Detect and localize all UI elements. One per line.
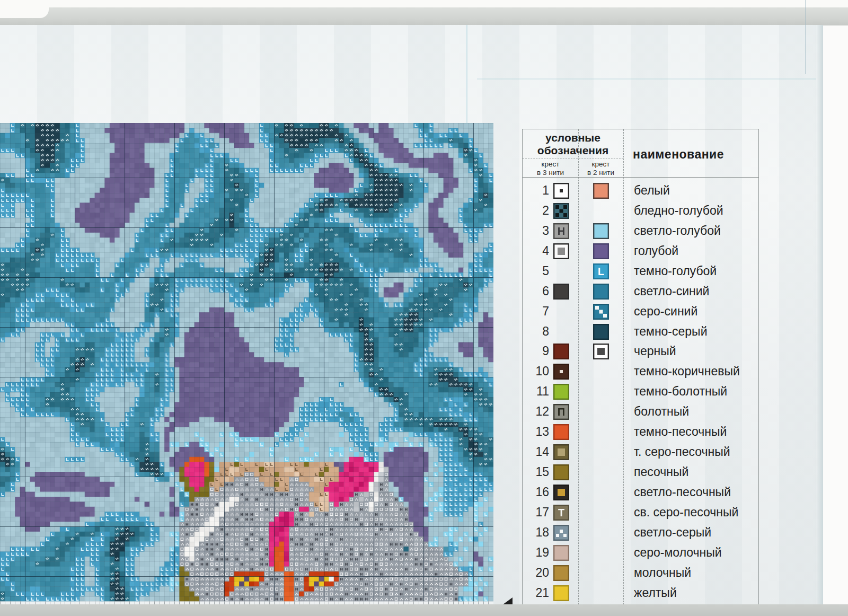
legend-row: 21желтый	[523, 583, 758, 603]
legend-color-name: болотный	[634, 402, 689, 421]
legend-symbol-3-threads	[553, 384, 569, 400]
legend-row-number: 6	[523, 281, 549, 302]
legend-color-name: темно-песочный	[634, 422, 727, 441]
scan-top-band	[0, 7, 848, 25]
legend-symbol-3-threads	[553, 565, 569, 581]
legend-row-number: 14	[523, 442, 549, 462]
legend-title-line1: условные	[523, 131, 623, 144]
legend-row-number: 15	[523, 462, 549, 482]
legend-symbol-3-threads	[553, 344, 569, 359]
legend-symbol-3-threads	[553, 505, 569, 521]
legend-symbol-3-threads	[553, 424, 569, 440]
legend-color-name: песочный	[634, 462, 688, 481]
paper-crease	[477, 78, 816, 80]
scan-bottom-band	[0, 604, 848, 616]
legend-color-name: бледно-голубой	[634, 201, 723, 220]
legend-color-name: голубой	[634, 241, 678, 260]
legend-color-name: светло-серый	[634, 523, 711, 542]
legend-symbol-2-threads	[593, 243, 609, 259]
paper-edge-shade	[815, 25, 823, 604]
legend-row: 7серо-синий	[523, 302, 758, 322]
legend-symbol-2-threads	[593, 183, 609, 199]
legend-divider	[523, 177, 758, 178]
legend-row-number: 18	[523, 523, 549, 543]
legend-row-number: 7	[523, 302, 549, 322]
legend-color-name: темно-болотный	[634, 382, 727, 401]
legend-row-number: 12	[523, 402, 549, 422]
legend-row: 2бледно-голубой	[523, 201, 758, 221]
legend-row: 11темно-болотный	[523, 382, 758, 402]
legend-symbol-3-threads	[553, 464, 569, 480]
legend-col-header-2-threads: крест в 2 нити	[573, 160, 629, 177]
legend-color-name: серо-молочный	[634, 543, 722, 562]
legend-symbol-3-threads	[553, 364, 569, 380]
legend-row: 10темно-коричневый	[523, 362, 758, 382]
legend-row-number: 13	[523, 422, 549, 442]
legend-color-name: серо-синий	[634, 302, 697, 321]
legend-table: условные обозначения крест в 3 нити крес…	[522, 129, 759, 605]
legend-symbol-3-threads	[553, 223, 569, 239]
legend-symbol-3-threads	[553, 404, 569, 420]
legend-row: 16светло-песочный	[523, 482, 758, 503]
legend-color-name: желтый	[634, 583, 677, 602]
legend-row-number: 9	[523, 341, 549, 362]
legend-row: 13темно-песочный	[523, 422, 758, 442]
legend-symbol-2-threads	[593, 284, 609, 300]
legend-symbol-2-threads	[593, 304, 609, 320]
legend-color-name: светло-голубой	[634, 221, 721, 240]
legend-symbol-2-threads	[593, 324, 609, 340]
legend-divider	[523, 158, 623, 159]
legend-symbol-3-threads	[553, 284, 569, 300]
legend-symbol-3-threads	[553, 183, 569, 199]
legend-row: 9черный	[523, 341, 758, 362]
legend-row-number: 5	[523, 261, 549, 281]
legend-row: 4голубой	[523, 241, 758, 261]
legend-row-number: 17	[523, 503, 549, 523]
legend-row: 8темно-серый	[523, 322, 758, 342]
legend-row-number: 1	[523, 181, 549, 201]
legend-row: 17св. серо-песочный	[523, 503, 758, 523]
legend-symbol-2-threads	[593, 344, 609, 359]
legend-symbol-3-threads	[553, 545, 569, 561]
legend-row: 20молочный	[523, 563, 758, 583]
legend-row-number: 3	[523, 221, 549, 241]
legend-row: 14т. серо-песочный	[523, 442, 758, 462]
page-edge-line	[805, 0, 806, 74]
legend-color-name: темно-коричневый	[634, 362, 740, 381]
legend-color-name: т. серо-песочный	[634, 442, 730, 461]
legend-color-name: темно-голубой	[634, 261, 717, 280]
legend-symbol-3-threads	[553, 585, 569, 601]
scanned-pattern-page: условные обозначения крест в 3 нити крес…	[0, 0, 848, 616]
legend-symbol-3-threads	[553, 485, 569, 500]
legend-row-number: 20	[523, 563, 549, 583]
legend-symbol-2-threads	[593, 263, 609, 279]
legend-row-number: 21	[523, 583, 549, 603]
legend-symbol-3-threads	[553, 525, 569, 541]
legend-color-name: белый	[634, 181, 670, 200]
legend-row-number: 4	[523, 241, 549, 261]
legend-col-header-3-threads: крест в 3 нити	[523, 160, 578, 177]
legend-row: 15песочный	[523, 462, 758, 482]
legend-row: 18светло-серый	[523, 523, 758, 543]
scan-top-strip	[0, 0, 848, 7]
legend-color-name: темно-серый	[634, 322, 708, 341]
legend-row: 12болотный	[523, 402, 758, 422]
legend-row: 6светло-синий	[523, 281, 758, 302]
scan-top-notch	[0, 7, 49, 18]
legend-row: 3светло-голубой	[523, 221, 758, 241]
legend-symbol-3-threads	[553, 203, 569, 219]
cross-stitch-chart-canvas	[0, 123, 493, 606]
legend-color-name: св. серо-песочный	[634, 503, 738, 522]
legend-row: 19серо-молочный	[523, 543, 758, 563]
legend-symbol-3-threads	[553, 243, 569, 259]
legend-row: 5темно-голубой	[523, 261, 758, 281]
legend-color-name: черный	[634, 341, 676, 360]
legend-symbol-2-threads	[593, 223, 609, 239]
legend-row-number: 2	[523, 201, 549, 221]
legend-name-header: наименование	[633, 147, 724, 162]
legend-row: 1белый	[523, 181, 758, 201]
page-fold-line	[466, 25, 467, 124]
legend-color-name: светло-песочный	[634, 482, 731, 501]
legend-row-number: 10	[523, 362, 549, 382]
legend-color-name: молочный	[634, 563, 691, 582]
